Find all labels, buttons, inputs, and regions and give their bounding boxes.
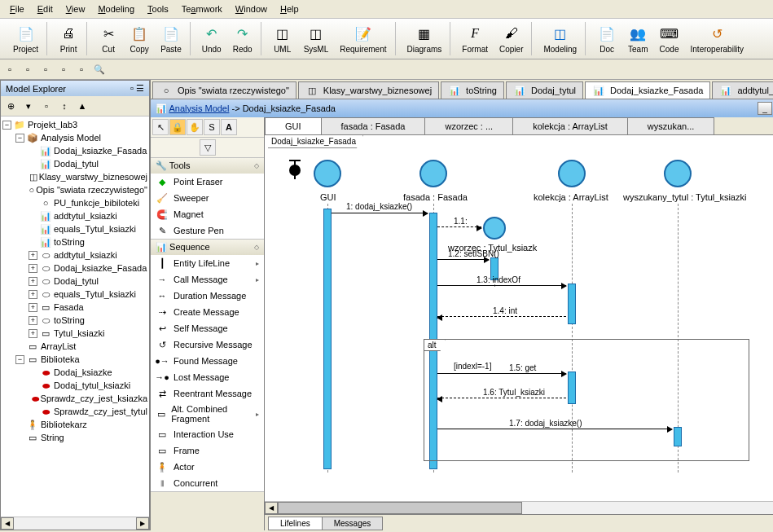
view-btn-3[interactable]: ▫: [37, 61, 54, 77]
message[interactable]: [437, 398, 566, 398]
tree-item[interactable]: ○PU_funkcje_bibiloteki: [29, 196, 147, 209]
scroll-left-icon[interactable]: ◀: [265, 502, 278, 514]
palette-item[interactable]: ↔Duration Message: [151, 288, 264, 304]
tree-item[interactable]: +⬭addtytul_ksiazki: [29, 248, 147, 262]
lifeline-tab[interactable]: wyszukan...: [627, 117, 714, 134]
lifeline-tab[interactable]: kolekcja : ArrayList: [512, 117, 628, 134]
lock-icon[interactable]: 🔒: [169, 119, 186, 135]
ex-btn-1[interactable]: ⊕: [2, 98, 19, 114]
palette-section-sequence[interactable]: 📊 Sequence◇: [151, 240, 264, 255]
doc-tab[interactable]: ○Opis "swiata rzeczywistego": [152, 81, 296, 99]
toggle-icon[interactable]: +: [29, 329, 37, 338]
tab-lifelines[interactable]: Lifelines: [268, 517, 323, 530]
doc-tab[interactable]: 📊Dodaj_tytul: [506, 81, 583, 99]
doc-tab[interactable]: 📊toString: [441, 81, 504, 99]
toggle-icon[interactable]: −: [15, 134, 24, 143]
sysml-button[interactable]: ◫SysML: [299, 22, 334, 55]
view-btn-1[interactable]: ▫: [2, 61, 18, 77]
menu-modeling[interactable]: Modeling: [91, 2, 141, 16]
palette-item[interactable]: ⦀Concurrent: [151, 475, 264, 491]
tree-item[interactable]: +▭Fasada: [29, 301, 147, 314]
canvas-hscroll[interactable]: ◀ ▶ ⊞: [265, 501, 773, 514]
palette-item[interactable]: ●→Found Message: [151, 353, 264, 369]
menu-help[interactable]: Help: [274, 2, 305, 16]
message[interactable]: [437, 259, 489, 260]
explorer-hscroll[interactable]: ◀ ▶: [1, 517, 149, 530]
tab-messages[interactable]: Messages: [322, 517, 384, 530]
undo-button[interactable]: ↶Undo: [197, 22, 226, 55]
palette-item[interactable]: ┃Entity LifeLine▸: [151, 255, 264, 271]
ex-btn-5[interactable]: ▲: [74, 98, 90, 114]
menu-view[interactable]: View: [59, 2, 92, 16]
toggle-icon[interactable]: +: [29, 303, 37, 312]
cut-button[interactable]: ✂Cut: [94, 22, 123, 55]
toggle-icon[interactable]: +: [29, 316, 37, 325]
alt-fragment[interactable]: alt: [424, 339, 749, 461]
palette-item[interactable]: 🧍Actor: [151, 459, 264, 475]
team-button[interactable]: 👥Team: [623, 22, 652, 55]
diagrams-button[interactable]: ▦Diagrams: [402, 22, 447, 55]
breadcrumb-model[interactable]: Analysis Model: [169, 103, 229, 113]
tree-root[interactable]: −📁Projekt_lab3: [2, 118, 147, 131]
message[interactable]: [437, 429, 672, 429]
palette-item[interactable]: 🧲Magnet: [151, 206, 264, 222]
menu-window[interactable]: Window: [229, 2, 274, 16]
tree-item[interactable]: −▭Biblioteka: [15, 353, 147, 366]
copier-button[interactable]: 🖌Copier: [494, 22, 528, 55]
hand-icon[interactable]: ✋: [187, 119, 203, 135]
doc-tab[interactable]: ◫Klasy_warstwy_biznesowej: [298, 81, 439, 99]
activation[interactable]: [568, 284, 576, 324]
toggle-icon[interactable]: +: [29, 290, 37, 299]
print-button[interactable]: 🖨Print: [54, 22, 83, 55]
palette-section-tools[interactable]: 🔧 Tools◇: [151, 158, 264, 174]
lifeline-head[interactable]: [419, 160, 447, 187]
message[interactable]: [437, 316, 566, 317]
project-button[interactable]: 📄Project: [8, 22, 43, 55]
lifeline-head[interactable]: [483, 217, 506, 240]
tree-item[interactable]: ⬬Dodaj_ksiazke: [29, 366, 147, 379]
pointer-icon[interactable]: ↖: [152, 119, 169, 135]
palette-item[interactable]: ◆Point Eraser: [151, 174, 264, 190]
doc-tab[interactable]: 📊addtytul_ksiazki: [712, 81, 773, 99]
tree-item[interactable]: +⬭toString: [29, 314, 147, 327]
tree-item[interactable]: 🧍Bibliotekarz: [15, 418, 147, 431]
doc-tab-active[interactable]: 📊Dodaj_ksiazke_Fasada: [585, 81, 710, 99]
tree-item[interactable]: ⬬Dodaj_tytul_ksiazki: [29, 379, 147, 392]
menu-teamwork[interactable]: Teamwork: [175, 2, 229, 16]
dropdown-icon[interactable]: ▽: [200, 139, 216, 156]
tree-item[interactable]: ⬬Sprawdz_czy_jest_ksiazka: [29, 392, 147, 405]
view-btn-5[interactable]: ▫: [73, 61, 90, 77]
palette-item[interactable]: →●Lost Message: [151, 369, 264, 385]
format-button[interactable]: FFormat: [457, 22, 493, 55]
collapse-icon[interactable]: ◇: [254, 162, 259, 169]
scroll-thumb[interactable]: [278, 502, 522, 514]
minimize-button[interactable]: _: [758, 102, 772, 115]
lifeline-head[interactable]: [664, 160, 692, 187]
activation[interactable]: [323, 209, 332, 469]
search-icon[interactable]: 🔍: [91, 61, 108, 77]
uml-button[interactable]: ◫UML: [268, 22, 297, 55]
palette-item[interactable]: ⇄Reentrant Message: [151, 385, 264, 402]
code-button[interactable]: ⌨Code: [655, 22, 684, 55]
tree-item[interactable]: −📦Analysis Model: [15, 131, 147, 144]
tree-item[interactable]: ▭String: [15, 431, 147, 444]
palette-item[interactable]: ✎Gesture Pen: [151, 222, 264, 239]
interoperability-button[interactable]: ↺Interoperability: [686, 22, 749, 55]
view-btn-4[interactable]: ▫: [55, 61, 72, 77]
message[interactable]: [437, 373, 566, 374]
tree-item[interactable]: 📊Dodaj_ksiazke_Fasada: [29, 144, 147, 157]
palette-item[interactable]: ▭Alt. Combined Fragment▸: [151, 402, 264, 426]
palette-item[interactable]: ▭Interaction Use: [151, 426, 264, 442]
tree-item[interactable]: +⬭equals_Tytul_ksiazki: [29, 288, 147, 301]
palette-item[interactable]: ↩Self Message: [151, 320, 264, 336]
tree-item[interactable]: ▭ArrayList: [15, 340, 147, 353]
tree-item[interactable]: ○Opis "swiata rzeczywistego": [29, 183, 147, 196]
lifeline-tab[interactable]: fasada : Fasada: [321, 117, 426, 134]
tree-item[interactable]: 📊toString: [29, 235, 147, 248]
lifeline-tab[interactable]: wzorzec : ...: [424, 117, 513, 134]
message[interactable]: [437, 285, 566, 286]
tree-item[interactable]: 📊equals_Tytul_ksiazki: [29, 222, 147, 235]
menu-tools[interactable]: Tools: [141, 2, 175, 16]
tree-item[interactable]: 📊Dodaj_tytul: [29, 157, 147, 170]
a-icon[interactable]: A: [221, 119, 237, 135]
